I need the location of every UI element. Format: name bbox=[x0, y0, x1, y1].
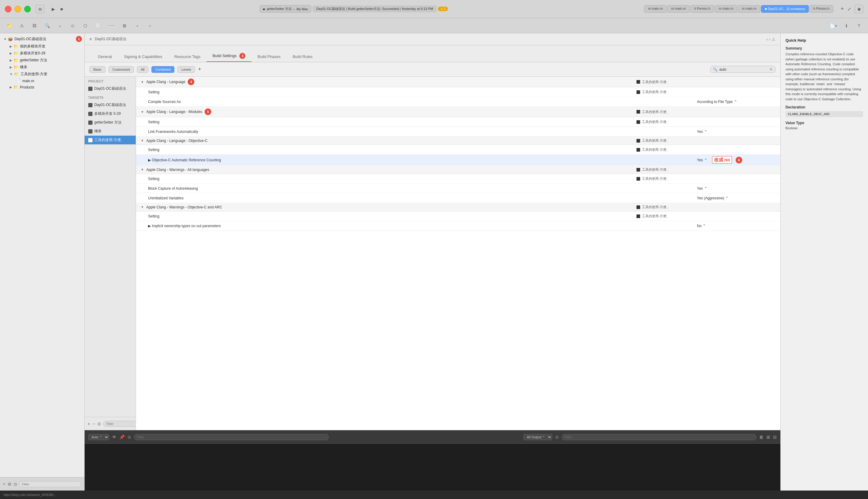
breadcrumb-prev[interactable]: ‹ bbox=[767, 37, 768, 42]
folder-icon: 📁 bbox=[13, 58, 18, 62]
tab-main-m-1[interactable]: m main.m bbox=[644, 5, 666, 13]
add-item-button[interactable]: + bbox=[3, 482, 5, 486]
settings-row-link-frameworks[interactable]: Link Frameworks Automatically Yes ⌃ bbox=[136, 127, 780, 136]
add-target-button[interactable]: + bbox=[88, 421, 90, 426]
settings-row-uninit-vars[interactable]: Uninitialized Variables Yes (Aggressive)… bbox=[136, 193, 780, 203]
auto-select[interactable]: Auto ⌃ bbox=[88, 434, 109, 440]
forward-icon[interactable]: › bbox=[146, 22, 154, 30]
target-item-3[interactable]: 继承 bbox=[85, 127, 136, 136]
bs-search-input[interactable] bbox=[719, 68, 768, 72]
setting-value[interactable]: Yes ⌃ bbox=[697, 130, 775, 134]
section-clang-language[interactable]: ▼ Apple Clang - Language 4 工具的使用-方便、 bbox=[136, 77, 780, 87]
split-view-icon[interactable]: ⊞ bbox=[767, 435, 770, 439]
filter-all[interactable]: All bbox=[137, 66, 148, 73]
tab-build-settings[interactable]: Build Settings 3 bbox=[206, 50, 252, 62]
section-warnings-arc[interactable]: ▼ Apple Clang - Warnings - Objective-C a… bbox=[136, 203, 780, 211]
sidebar-item-inheritance[interactable]: ▶ 📁 继承 bbox=[0, 64, 84, 71]
tab-person-h-2[interactable]: h Person.h bbox=[809, 5, 833, 13]
section-clang-modules[interactable]: ▼ Apple Clang - Language - Modules 5 工具的… bbox=[136, 107, 780, 117]
tab-general[interactable]: General bbox=[92, 52, 118, 62]
target-item-4[interactable]: 工具的使用-方便、 bbox=[85, 136, 136, 144]
close-button[interactable] bbox=[5, 6, 12, 12]
tab-xcodeproj[interactable]: ■ Day01-OC...法.xcodeproj bbox=[761, 5, 809, 13]
sidebar-filter-input[interactable] bbox=[19, 481, 81, 487]
filter-target-button[interactable]: ⊙ bbox=[97, 421, 101, 426]
output-select[interactable]: All Output ⌃ bbox=[523, 434, 552, 440]
bottom-filter-icon[interactable]: ⊙ bbox=[555, 435, 559, 439]
warning-icon[interactable]: ⚠ bbox=[17, 22, 26, 30]
setting-value[interactable]: Yes ⌃ 改成 no 6 bbox=[697, 156, 775, 164]
setting-value[interactable]: Yes ⌃ bbox=[697, 186, 775, 191]
setting-value[interactable]: Yes (Aggressive) ⌃ bbox=[697, 196, 775, 200]
setting-value[interactable]: No ⌃ bbox=[697, 224, 775, 228]
alert-icon[interactable]: ⬦ bbox=[56, 22, 64, 30]
target-item-0[interactable]: Day01-OC基础语法 bbox=[85, 100, 136, 109]
tab-main-m-3[interactable]: m main.m bbox=[715, 5, 737, 13]
filter-icon-btn[interactable]: ⊙ bbox=[128, 435, 131, 439]
run-button[interactable]: ▶ bbox=[49, 5, 58, 13]
filter-combined[interactable]: Combined bbox=[152, 66, 174, 73]
expand-button[interactable]: ⤢ bbox=[847, 7, 851, 11]
maximize-button[interactable] bbox=[24, 6, 31, 12]
eye-button[interactable]: 👁 bbox=[112, 435, 116, 439]
help-icon[interactable]: ? bbox=[855, 22, 863, 30]
filter-levels[interactable]: Levels bbox=[178, 66, 195, 73]
grid-icon[interactable]: ⊞ bbox=[120, 22, 129, 30]
settings-row-implicit-ownership[interactable]: ▶ Implicit ownership types on out parame… bbox=[136, 221, 780, 231]
sort-button[interactable]: ⊟ bbox=[8, 482, 11, 486]
sidebar-toggle[interactable]: ▤ bbox=[36, 5, 44, 13]
warning-badge[interactable]: ⚠ 1 bbox=[438, 7, 448, 11]
trash-icon[interactable]: 🗑 bbox=[759, 435, 763, 439]
sidebar-item-multimodule[interactable]: ▶ 📁 多模块开发5-29 bbox=[0, 50, 84, 57]
tab-person-h-1[interactable]: h Person.h bbox=[690, 5, 714, 13]
breadcrumb-collapse-button[interactable]: ≡ bbox=[89, 37, 92, 41]
info-icon[interactable]: ℹ bbox=[842, 22, 851, 30]
target-project-item[interactable]: Day01-OC基础语法 bbox=[85, 84, 136, 93]
sidebar-item-project-root[interactable]: ▼ 📦 Day01-OC基础语法 1 bbox=[0, 35, 84, 43]
bottom-filter-input[interactable] bbox=[134, 434, 328, 440]
back-icon[interactable]: ‹ bbox=[133, 22, 142, 30]
tab-signing[interactable]: Signing & Capabilities bbox=[118, 52, 168, 62]
history-button[interactable]: ◷ bbox=[14, 482, 17, 486]
sidebar-item-fake-modules[interactable]: ▶ 📁 假的多模块开发 bbox=[0, 43, 84, 50]
add-setting-button[interactable]: + bbox=[198, 66, 201, 73]
filter-customized[interactable]: Customized bbox=[108, 66, 134, 73]
sidebar-item-main-m[interactable]: 📄 main.m bbox=[0, 78, 84, 84]
tab-build-rules[interactable]: Build Rules bbox=[287, 52, 318, 62]
section-warnings-all[interactable]: ▼ Apple Clang - Warnings - All languages… bbox=[136, 166, 780, 174]
sidebar-item-products[interactable]: ▶ 📁 Products bbox=[0, 84, 84, 90]
project-breadcrumb[interactable]: ■ getterSetter 方法 › My Mac bbox=[260, 5, 311, 13]
hierarchy-icon[interactable]: ⚄ bbox=[30, 22, 39, 30]
remove-target-button[interactable]: − bbox=[93, 421, 95, 426]
target-item-2[interactable]: getterSetter 方法 bbox=[85, 118, 136, 127]
tab-resource-tags[interactable]: Resource Tags bbox=[168, 52, 206, 62]
sidebar-item-getter-setter[interactable]: ▶ 📁 getterSetter 方法 bbox=[0, 57, 84, 64]
stop-button[interactable]: ■ bbox=[58, 5, 66, 13]
search-icon[interactable]: 🔍 bbox=[43, 22, 51, 30]
tab-build-phases[interactable]: Build Phases bbox=[252, 52, 287, 62]
pin-button[interactable]: 📌 bbox=[119, 435, 124, 439]
minimize-button[interactable] bbox=[14, 6, 21, 12]
target-item-1[interactable]: 多模块开发 5-29 bbox=[85, 109, 136, 118]
settings-row-arc[interactable]: ▶ Objective-C Automatic Reference Counti… bbox=[136, 155, 780, 166]
settings-row-compile-sources[interactable]: Compile Sources As According to File Typ… bbox=[136, 97, 780, 107]
shape-icon[interactable]: ⬜ bbox=[94, 22, 102, 30]
diamond-icon[interactable]: ◇ bbox=[68, 22, 77, 30]
filter-basic[interactable]: Basic bbox=[89, 66, 106, 73]
folder-icon[interactable]: 📁 bbox=[5, 22, 13, 30]
settings-row-block-capture[interactable]: Block Capture of Autoreleasing Yes ⌃ bbox=[136, 184, 780, 193]
search-clear-button[interactable]: ✕ bbox=[770, 67, 773, 72]
bottom-filter-right[interactable] bbox=[562, 434, 756, 440]
inspector-panel-button[interactable]: ▣ bbox=[855, 5, 863, 13]
panels-icon[interactable]: ⊟ bbox=[773, 435, 777, 439]
memory-icon[interactable]: ⬡ bbox=[81, 22, 89, 30]
tab-main-m-4[interactable]: m main.m bbox=[738, 5, 760, 13]
setting-value[interactable]: According to File Type ⌃ bbox=[697, 100, 775, 104]
tab-main-m-2[interactable]: m main.m bbox=[667, 5, 690, 13]
new-tab-button[interactable]: + bbox=[841, 6, 844, 12]
breadcrumb-next[interactable]: › bbox=[769, 37, 770, 42]
sidebar-item-tools[interactable]: ▼ 📁 工具的使用-方便 bbox=[0, 71, 84, 78]
section-clang-objc[interactable]: ▼ Apple Clang - Language - Objective-C 工… bbox=[136, 136, 780, 145]
add-file-icon[interactable]: 📄+ bbox=[829, 22, 838, 30]
breadcrumb-warning[interactable]: ⚠ bbox=[772, 37, 775, 42]
